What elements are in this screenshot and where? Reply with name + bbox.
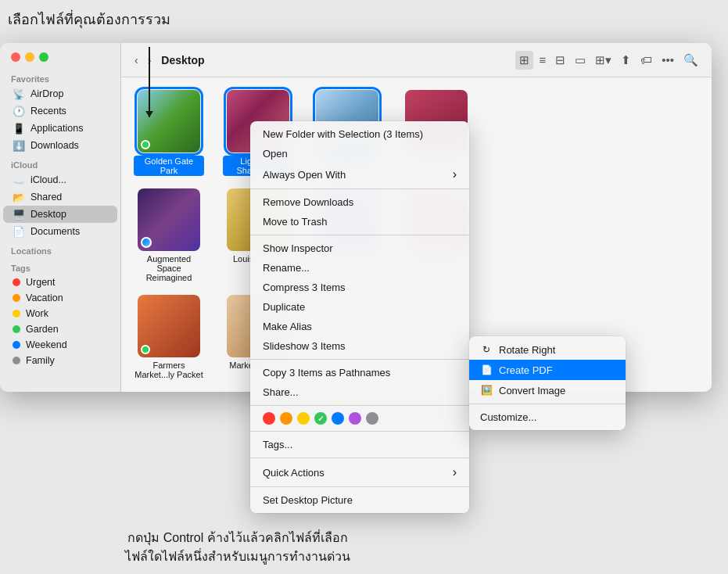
shared-icon: 📂 [13,191,25,203]
more-button[interactable]: ••• [658,51,678,70]
sidebar-label-recents: Recents [30,106,66,117]
menu-copy-pathnames[interactable]: Copy 3 Items as Pathnames [250,363,469,382]
zoom-button[interactable] [39,52,48,62]
submenu-create-pdf[interactable]: 📄 Create PDF [469,360,626,380]
menu-divider-3 [250,359,469,360]
downloads-icon: ⬇️ [13,139,25,152]
sidebar-label-downloads: Downloads [30,140,79,151]
sidebar-item-urgent[interactable]: Urgent [3,274,117,290]
urgent-tag-dot [13,278,20,286]
annotation-arrow [149,47,150,117]
menu-new-folder[interactable]: New Folder with Selection (3 Items) [250,124,469,144]
menu-show-inspector[interactable]: Show Inspector [250,239,469,258]
tag-color-orange[interactable] [280,412,292,425]
menu-duplicate[interactable]: Duplicate [250,297,469,317]
sidebar-item-vacation[interactable]: Vacation [3,290,117,306]
menu-tags[interactable]: Tags... [250,435,469,454]
submenu-label-rotate: Rotate Right [499,344,555,356]
sidebar-item-icloud[interactable]: ☁️ iCloud... [3,171,117,188]
menu-share[interactable]: Share... [250,382,469,402]
file-item-golden-gate[interactable]: Golden Gate Park [134,90,204,176]
sidebar-section-favorites: Favorites [0,68,120,85]
group-button[interactable]: ⊞▾ [591,51,615,70]
share-button[interactable]: ⬆ [617,51,635,70]
menu-compress[interactable]: Compress 3 Items [250,278,469,297]
sidebar-item-downloads[interactable]: ⬇️ Downloads [3,137,117,154]
sidebar-label-applications: Applications [30,123,83,134]
file-thumb-golden-gate [138,90,200,152]
blue-dot-indicator [141,237,152,248]
search-button[interactable]: 🔍 [680,51,702,70]
tag-colors-row [250,409,469,428]
icloud-icon: ☁️ [13,174,25,186]
airdrop-icon: 📡 [13,88,25,100]
sidebar-item-documents[interactable]: 📄 Documents [3,223,117,240]
file-item-augmented[interactable]: Augmented Space Reimagined [134,188,204,282]
annotation-top: เลือกไฟล์ที่คุณต้องการรวม [8,8,170,30]
sidebar-label-urgent: Urgent [26,277,56,288]
recents-icon: 🕐 [13,105,25,117]
menu-always-open-with[interactable]: Always Open With [250,163,469,185]
sidebar-label-vacation: Vacation [26,292,63,303]
quick-actions-submenu: ↻ Rotate Right 📄 Create PDF 🖼️ Convert I… [469,336,626,430]
gallery-view-button[interactable]: ▭ [571,51,590,70]
weekend-tag-dot [13,341,20,349]
menu-open[interactable]: Open [250,144,469,163]
submenu-label-customize: Customize... [480,411,536,423]
tag-color-yellow[interactable] [297,412,310,425]
tag-color-red[interactable] [263,412,275,425]
tag-color-gray[interactable] [366,412,378,425]
sidebar-item-family[interactable]: Family [3,353,117,368]
file-label-golden-gate: Golden Gate Park [134,156,204,176]
list-view-button[interactable]: ≡ [535,51,550,70]
menu-rename[interactable]: Rename... [250,258,469,278]
tag-color-blue[interactable] [332,412,344,425]
sidebar-section-locations: Locations [0,240,120,257]
tag-button[interactable]: 🏷 [637,51,656,70]
view-buttons: ⊞ ≡ ⊟ ▭ ⊞▾ ⬆ 🏷 ••• 🔍 [515,51,702,70]
traffic-lights [0,43,120,68]
tag-color-green[interactable] [314,412,327,425]
menu-remove-downloads[interactable]: Remove Downloads [250,192,469,212]
file-label-farmers: Farmers Market...ly Packet [134,361,204,379]
garden-tag-dot [13,325,20,333]
menu-divider-5 [250,431,469,432]
window-title: Desktop [161,54,204,66]
green-dot-indicator [141,140,150,149]
menu-set-desktop-picture[interactable]: Set Desktop Picture [250,490,469,510]
sidebar-item-garden[interactable]: Garden [3,321,117,337]
icon-view-button[interactable]: ⊞ [515,51,533,70]
file-thumb-farmers [138,295,200,357]
file-item-farmers[interactable]: Farmers Market...ly Packet [134,295,204,379]
sidebar-item-weekend[interactable]: Weekend [3,337,117,353]
sidebar-label-icloud: iCloud... [30,174,66,185]
work-tag-dot [13,310,20,317]
context-menu: New Folder with Selection (3 Items) Open… [250,121,469,513]
column-view-button[interactable]: ⊟ [551,51,569,70]
annotation-bottom: กดปุ่ม Control ค้างไว้แล้วคลิกไฟล์ที่เลื… [125,529,350,566]
sidebar-label-documents: Documents [30,226,80,237]
back-button[interactable]: ‹ [131,52,142,69]
sidebar-item-work[interactable]: Work [3,306,117,321]
submenu-label-pdf: Create PDF [499,364,553,376]
menu-slideshow[interactable]: Slideshow 3 Items [250,336,469,356]
submenu-rotate-right[interactable]: ↻ Rotate Right [469,339,626,360]
menu-quick-actions[interactable]: Quick Actions [250,461,469,483]
file-thumb-augmented [138,188,200,251]
close-button[interactable] [11,52,20,62]
minimize-button[interactable] [25,52,34,62]
menu-move-to-trash[interactable]: Move to Trash [250,212,469,231]
menu-make-alias[interactable]: Make Alias [250,317,469,336]
submenu-convert-image[interactable]: 🖼️ Convert Image [469,380,626,400]
menu-divider-7 [250,486,469,487]
sidebar-item-applications[interactable]: 📱 Applications [3,120,117,137]
sidebar-item-desktop[interactable]: 🖥️ Desktop [3,206,117,223]
sidebar-item-recents[interactable]: 🕐 Recents [3,102,117,120]
pdf-icon: 📄 [480,364,493,376]
sidebar-section-tags: Tags [0,257,120,274]
sidebar-item-airdrop[interactable]: 📡 AirDrop [3,85,117,102]
submenu-customize[interactable]: Customize... [469,407,626,427]
sidebar-item-shared[interactable]: 📂 Shared [3,188,117,206]
sidebar-label-family: Family [26,355,55,366]
tag-color-purple[interactable] [349,412,361,425]
